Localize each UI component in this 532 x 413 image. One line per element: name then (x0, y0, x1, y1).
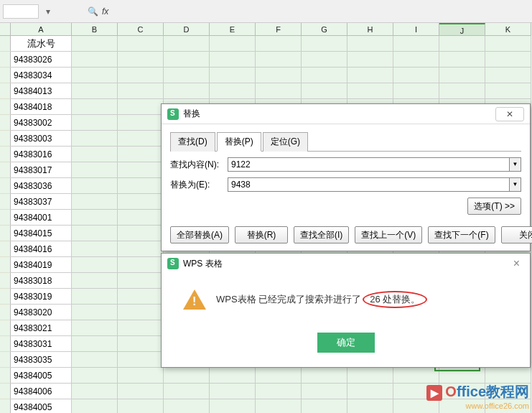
select-all-corner[interactable] (0, 23, 11, 36)
cell[interactable] (164, 368, 210, 384)
cell[interactable] (393, 83, 439, 99)
chevron-down-icon[interactable]: ▼ (510, 157, 521, 172)
cell[interactable] (72, 162, 118, 178)
col-header-h[interactable]: H (347, 23, 393, 36)
row-header[interactable] (0, 384, 11, 399)
cell[interactable] (72, 83, 118, 99)
cell[interactable] (485, 368, 531, 384)
row-header[interactable] (0, 241, 11, 257)
cell[interactable]: 94384019 (11, 257, 72, 273)
cell[interactable] (347, 384, 393, 399)
cell[interactable] (118, 399, 164, 413)
row-header[interactable] (0, 336, 11, 352)
cell[interactable] (72, 178, 118, 194)
cell[interactable] (347, 68, 393, 83)
row-header[interactable] (0, 273, 11, 289)
cell[interactable] (439, 83, 485, 99)
cell[interactable] (439, 36, 485, 52)
col-header-i[interactable]: I (393, 23, 439, 36)
cell[interactable] (393, 36, 439, 52)
cell[interactable]: 94383018 (11, 273, 72, 289)
cell[interactable] (72, 52, 118, 68)
cell[interactable]: 94383016 (11, 147, 72, 162)
cell[interactable] (118, 162, 164, 178)
cell[interactable] (72, 384, 118, 399)
cell[interactable] (72, 399, 118, 413)
cell[interactable]: 94383020 (11, 305, 72, 320)
cell[interactable] (256, 68, 302, 83)
cell[interactable] (72, 131, 118, 147)
cell[interactable]: 94384016 (11, 241, 72, 257)
cell-reference-input[interactable] (3, 4, 39, 19)
dropdown-icon[interactable]: ▾ (42, 5, 55, 18)
cell[interactable] (302, 68, 347, 83)
cell[interactable] (72, 99, 118, 115)
cell[interactable]: 94383036 (11, 178, 72, 194)
cell[interactable]: 94384015 (11, 226, 72, 241)
row-header[interactable] (0, 115, 11, 131)
cell[interactable] (210, 83, 256, 99)
cell[interactable] (118, 147, 164, 162)
cell[interactable] (164, 83, 210, 99)
row-header[interactable] (0, 194, 11, 210)
chevron-down-icon[interactable]: ▼ (510, 177, 521, 192)
col-header-a[interactable]: A (11, 23, 72, 36)
cell[interactable] (210, 368, 256, 384)
search-icon[interactable]: 🔍 (86, 5, 99, 18)
cell[interactable] (439, 368, 485, 384)
cell[interactable] (118, 99, 164, 115)
cell[interactable] (393, 52, 439, 68)
cell[interactable] (393, 368, 439, 384)
row-header[interactable] (0, 162, 11, 178)
cell[interactable] (485, 52, 531, 68)
cell[interactable]: 94384013 (11, 83, 72, 99)
col-header-j[interactable]: J (439, 23, 485, 36)
cell[interactable] (72, 352, 118, 368)
row-header[interactable] (0, 131, 11, 147)
row-header[interactable] (0, 368, 11, 384)
cell[interactable] (118, 83, 164, 99)
cell[interactable]: 94384018 (11, 99, 72, 115)
cell[interactable]: 94383003 (11, 131, 72, 147)
row-header[interactable] (0, 305, 11, 320)
fx-label[interactable]: fx (102, 6, 108, 17)
cell[interactable] (256, 368, 302, 384)
cell[interactable] (118, 384, 164, 399)
cell[interactable] (118, 36, 164, 52)
message-titlebar[interactable]: WPS 表格 × (162, 254, 530, 274)
cell[interactable] (164, 399, 210, 413)
row-header[interactable] (0, 257, 11, 273)
cell[interactable] (347, 83, 393, 99)
cell[interactable] (164, 36, 210, 52)
cell[interactable] (256, 52, 302, 68)
cell[interactable] (164, 52, 210, 68)
cell[interactable] (210, 399, 256, 413)
cell[interactable] (118, 210, 164, 226)
cell[interactable] (118, 131, 164, 147)
cell[interactable] (302, 36, 347, 52)
col-header-k[interactable]: K (485, 23, 531, 36)
row-header[interactable] (0, 147, 11, 162)
tab-replace[interactable]: 替换(P) (217, 132, 261, 152)
cell[interactable] (164, 68, 210, 83)
cell[interactable] (485, 68, 531, 83)
cell[interactable] (256, 36, 302, 52)
cell[interactable] (118, 178, 164, 194)
cell[interactable]: 94383035 (11, 352, 72, 368)
cell[interactable] (72, 320, 118, 336)
cell[interactable] (72, 368, 118, 384)
cell[interactable] (210, 52, 256, 68)
cell[interactable] (439, 68, 485, 83)
find-prev-button[interactable]: 查找上一个(V) (355, 226, 422, 243)
col-header-c[interactable]: C (118, 23, 164, 36)
cell[interactable] (210, 384, 256, 399)
cell[interactable] (118, 241, 164, 257)
cell[interactable] (347, 368, 393, 384)
cell[interactable] (393, 68, 439, 83)
cell[interactable] (72, 147, 118, 162)
cell[interactable] (118, 273, 164, 289)
cell[interactable]: 94383026 (11, 52, 72, 68)
cell[interactable] (118, 52, 164, 68)
col-header-e[interactable]: E (210, 23, 256, 36)
cell[interactable] (439, 52, 485, 68)
